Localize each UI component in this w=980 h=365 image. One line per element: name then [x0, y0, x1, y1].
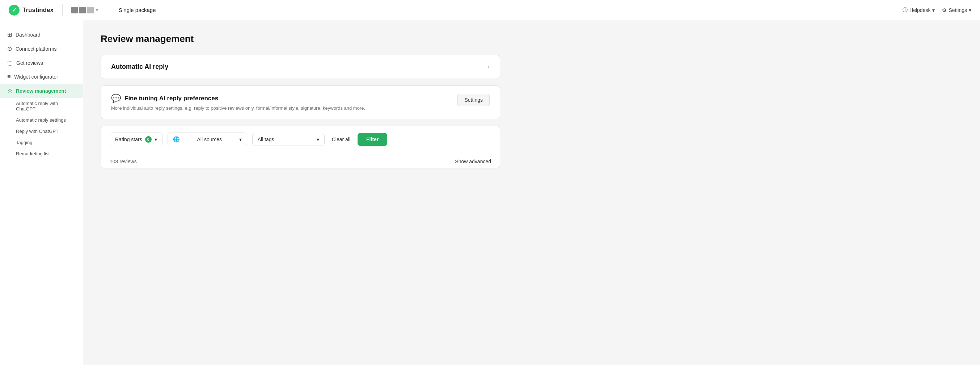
filter-row: Rating stars 0 ▾ 🌐 All sources ▾ All tag…	[101, 126, 500, 153]
sidebar-item-review-management[interactable]: ☆ Review management	[0, 84, 83, 98]
helpdesk-chevron-icon: ▾	[932, 7, 935, 13]
ai-reply-card-row[interactable]: Automatic AI reply ›	[101, 55, 500, 78]
helpdesk-icon: ⓘ	[902, 7, 908, 13]
globe-icon: 🌐	[173, 136, 180, 143]
tags-label: All tags	[258, 137, 274, 142]
topnav-right: ⓘ Helpdesk ▾ ⚙ Settings ▾	[902, 7, 971, 13]
package-label: Single package	[119, 7, 156, 13]
results-count: 108 reviews	[110, 159, 137, 164]
sidebar-item-label: Dashboard	[16, 32, 41, 38]
logo-text: Trustindex	[22, 6, 54, 14]
rating-stars-dropdown[interactable]: Rating stars 0 ▾	[110, 132, 162, 146]
sidebar-item-dashboard[interactable]: ⊞ Dashboard	[0, 27, 83, 41]
layout: ⊞ Dashboard ⊙ Connect platforms ⬚ Get re…	[0, 20, 980, 365]
sub-label: Automatic reply settings	[16, 117, 66, 123]
rating-label: Rating stars	[115, 137, 142, 142]
topnav-divider	[62, 4, 63, 16]
fine-tuning-left: 💬 Fine tuning AI reply preferences More …	[111, 94, 365, 111]
tags-chevron-icon: ▾	[317, 137, 319, 142]
sub-label: Tagging	[16, 140, 33, 145]
rating-chevron-icon: ▾	[154, 137, 157, 142]
fine-tuning-desc: More individual auto reply settings, e.g…	[111, 105, 365, 111]
sources-dropdown[interactable]: 🌐 All sources ▾	[167, 132, 247, 146]
tags-dropdown[interactable]: All tags ▾	[252, 133, 325, 146]
settings-icon: ⚙	[942, 7, 947, 13]
fine-tuning-body: 💬 Fine tuning AI reply preferences More …	[101, 86, 500, 119]
sidebar: ⊞ Dashboard ⊙ Connect platforms ⬚ Get re…	[0, 20, 83, 365]
rating-badge: 0	[145, 136, 152, 143]
sources-label: All sources	[197, 137, 221, 142]
sub-label: Reply with ChatGPT	[16, 129, 59, 134]
sidebar-sub-tagging[interactable]: Tagging	[0, 137, 83, 148]
square-3	[87, 7, 94, 13]
square-1	[71, 7, 78, 13]
sidebar-item-label: Review management	[16, 88, 66, 94]
package-squares: ▾	[71, 7, 98, 13]
show-advanced-button[interactable]: Show advanced	[455, 159, 491, 164]
sidebar-sub-reply-chatgpt[interactable]: Reply with ChatGPT	[0, 126, 83, 137]
sidebar-item-widget-configurator[interactable]: ≡ Widget configurator	[0, 70, 83, 84]
sidebar-item-get-reviews[interactable]: ⬚ Get reviews	[0, 56, 83, 70]
square-2	[79, 7, 86, 13]
filter-button[interactable]: Filter	[358, 133, 387, 146]
chevron-right-icon: ›	[487, 63, 490, 71]
dashboard-icon: ⊞	[7, 31, 12, 38]
sidebar-sub-auto-reply-chatgpt[interactable]: Automatic reply with ChatGPT	[0, 98, 83, 115]
review-management-icon: ☆	[7, 87, 12, 94]
settings-chevron-icon: ▾	[969, 7, 971, 13]
ai-reply-card: Automatic AI reply ›	[100, 55, 500, 79]
main-content: Review management Automatic AI reply › 💬…	[83, 20, 517, 365]
sub-label: Remarketing list	[16, 151, 49, 156]
get-reviews-icon: ⬚	[7, 59, 13, 66]
settings-label: Settings	[948, 7, 967, 13]
sidebar-sub-auto-reply-settings[interactable]: Automatic reply settings	[0, 115, 83, 126]
helpdesk-label: Helpdesk	[910, 7, 931, 13]
fine-tuning-title: Fine tuning AI reply preferences	[124, 95, 218, 102]
logo[interactable]: ✓ Trustindex	[9, 5, 54, 16]
sidebar-item-connect-platforms[interactable]: ⊙ Connect platforms	[0, 41, 83, 56]
fine-tuning-card: 💬 Fine tuning AI reply preferences More …	[100, 86, 500, 119]
widget-icon: ≡	[7, 73, 11, 80]
connect-icon: ⊙	[7, 45, 12, 52]
filter-card: Rating stars 0 ▾ 🌐 All sources ▾ All tag…	[100, 126, 500, 168]
fine-tuning-icon: 💬	[111, 94, 121, 103]
topnav: ✓ Trustindex ▾ Single package ⓘ Helpdesk…	[0, 0, 980, 20]
sidebar-item-label: Get reviews	[16, 60, 43, 66]
fine-tuning-title-wrap: 💬 Fine tuning AI reply preferences	[111, 94, 365, 103]
fine-tuning-settings-button[interactable]: Settings	[457, 94, 490, 106]
topnav-divider-2	[107, 4, 107, 16]
settings-button[interactable]: ⚙ Settings ▾	[942, 7, 971, 13]
clear-all-button[interactable]: Clear all	[330, 133, 353, 145]
page-title: Review management	[100, 33, 500, 45]
fine-tuning-header: 💬 Fine tuning AI reply preferences More …	[111, 94, 490, 111]
logo-icon: ✓	[9, 5, 19, 16]
sources-chevron-icon: ▾	[239, 137, 242, 142]
sidebar-item-label: Widget configurator	[14, 74, 58, 80]
results-row: 108 reviews Show advanced	[101, 153, 500, 168]
sidebar-item-label: Connect platforms	[16, 46, 57, 52]
chevron-down-icon[interactable]: ▾	[96, 8, 98, 13]
ai-reply-title: Automatic AI reply	[111, 63, 168, 71]
sub-label: Automatic reply with ChatGPT	[16, 100, 58, 112]
helpdesk-button[interactable]: ⓘ Helpdesk ▾	[902, 7, 935, 13]
sidebar-sub-remarketing[interactable]: Remarketing list	[0, 148, 83, 159]
